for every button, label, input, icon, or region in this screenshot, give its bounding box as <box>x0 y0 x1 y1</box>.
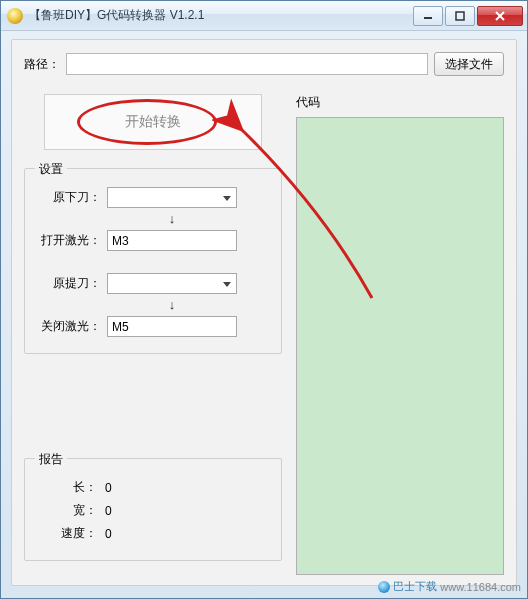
close-laser-row: 关闭激光： <box>37 316 269 337</box>
watermark-brand: 巴士下载 <box>393 579 437 594</box>
report-length-value: 0 <box>105 481 112 495</box>
path-row: 路径： 选择文件 <box>24 52 504 76</box>
browse-button[interactable]: 选择文件 <box>434 52 504 76</box>
window-title: 【鲁班DIY】G代码转换器 V1.2.1 <box>29 7 411 24</box>
start-convert-button[interactable]: 开始转换 <box>44 94 262 150</box>
code-output[interactable] <box>296 117 504 575</box>
path-input[interactable] <box>66 53 428 75</box>
app-window: 【鲁班DIY】G代码转换器 V1.2.1 路径： 选择文件 开始转换 <box>0 0 528 599</box>
open-laser-input[interactable] <box>107 230 237 251</box>
maximize-button[interactable] <box>445 6 475 26</box>
minimize-icon <box>423 11 433 21</box>
window-buttons <box>411 6 523 26</box>
code-label: 代码 <box>296 94 504 111</box>
report-speed-row: 速度： 0 <box>37 525 269 542</box>
report-group: 报告 长： 0 宽： 0 速度： 0 <box>24 458 282 561</box>
orig-up-label: 原提刀： <box>37 275 101 292</box>
arrow-down-icon: ↓ <box>107 212 237 226</box>
report-length-row: 长： 0 <box>37 479 269 496</box>
report-width-value: 0 <box>105 504 112 518</box>
spacer <box>37 255 269 269</box>
watermark-icon <box>378 581 390 593</box>
report-speed-value: 0 <box>105 527 112 541</box>
client-area: 路径： 选择文件 开始转换 设置 原下刀： ↓ 打开激光 <box>11 39 517 586</box>
orig-down-row: 原下刀： <box>37 187 269 208</box>
report-legend: 报告 <box>35 451 67 468</box>
columns: 开始转换 设置 原下刀： ↓ 打开激光： <box>24 94 504 575</box>
close-laser-input[interactable] <box>107 316 237 337</box>
settings-group: 设置 原下刀： ↓ 打开激光： 原提刀： ↓ <box>24 168 282 354</box>
svg-rect-1 <box>456 12 464 20</box>
open-laser-row: 打开激光： <box>37 230 269 251</box>
report-speed-label: 速度： <box>37 525 97 542</box>
settings-legend: 设置 <box>35 161 67 178</box>
report-width-label: 宽： <box>37 502 97 519</box>
app-icon <box>7 8 23 24</box>
path-label: 路径： <box>24 56 60 73</box>
watermark-url: www.11684.com <box>440 581 521 593</box>
titlebar: 【鲁班DIY】G代码转换器 V1.2.1 <box>1 1 527 31</box>
orig-down-label: 原下刀： <box>37 189 101 206</box>
close-button[interactable] <box>477 6 523 26</box>
close-laser-label: 关闭激光： <box>37 318 101 335</box>
open-laser-label: 打开激光： <box>37 232 101 249</box>
minimize-button[interactable] <box>413 6 443 26</box>
maximize-icon <box>455 11 465 21</box>
orig-up-combo[interactable] <box>107 273 237 294</box>
right-column: 代码 <box>296 94 504 575</box>
start-convert-label: 开始转换 <box>125 113 181 131</box>
close-icon <box>494 11 506 21</box>
watermark: 巴士下载 www.11684.com <box>378 579 521 594</box>
orig-down-combo[interactable] <box>107 187 237 208</box>
left-column: 开始转换 设置 原下刀： ↓ 打开激光： <box>24 94 282 575</box>
report-length-label: 长： <box>37 479 97 496</box>
report-width-row: 宽： 0 <box>37 502 269 519</box>
arrow-down-icon: ↓ <box>107 298 237 312</box>
orig-up-row: 原提刀： <box>37 273 269 294</box>
